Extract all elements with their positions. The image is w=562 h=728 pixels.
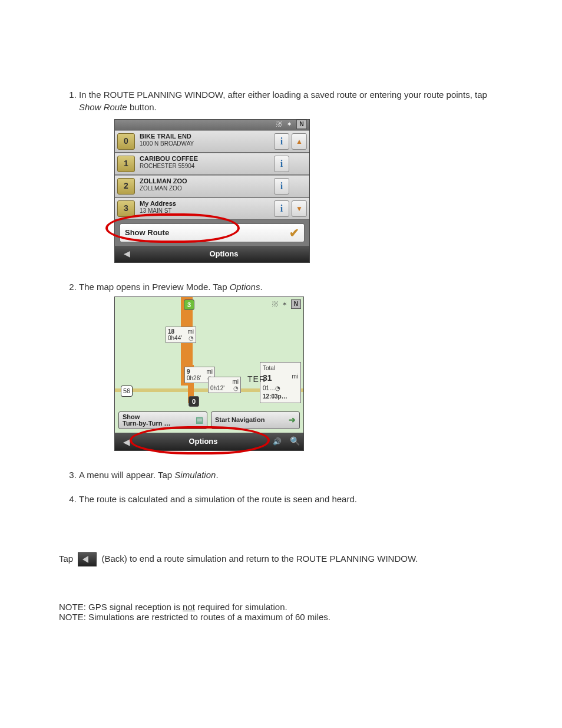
start-navigation-label: Start Navigation xyxy=(215,416,265,424)
step-1-button-name: Show Route xyxy=(79,102,127,112)
route-point-number: 1 xyxy=(117,156,135,172)
signal-icon: ✶ xyxy=(282,300,287,308)
step-3-button-name: Simulation xyxy=(174,470,216,480)
route-point-row[interactable]: 3 My Address 13 MAIN ST i ▼ xyxy=(115,197,309,220)
note-1: NOTE: GPS signal reception is not requir… xyxy=(59,602,503,612)
route-point-subtitle: 13 MAIN ST xyxy=(140,207,272,215)
route-point-subtitle: ZOLLMAN ZOO xyxy=(140,185,272,192)
speaker-button[interactable]: 🔊 xyxy=(268,437,286,447)
route-point-subtitle: ROCHESTER 55904 xyxy=(140,163,272,170)
tapback-text-b: (Back) to end a route simulation and ret… xyxy=(102,554,418,564)
segment-info-3: mi 0h12'◔ xyxy=(208,377,241,393)
route-point-title: BIKE TRAIL END xyxy=(140,132,272,140)
bottom-bar: ◀ Options xyxy=(115,246,309,262)
gps-icon: ⛆ xyxy=(276,120,282,129)
scroll-down-button[interactable]: ▼ xyxy=(292,200,307,217)
map-preview-screenshot: ⛆ ✶ N 3 0 18 mi 0h44'◔ 9 mi 0h xyxy=(114,297,309,451)
step-3-text-a: A menu will appear. Tap xyxy=(79,470,174,480)
notes-section: NOTE: GPS signal reception is not requir… xyxy=(59,602,503,622)
route-point-number: 3 xyxy=(117,200,135,217)
gps-icon: ⛆ xyxy=(272,300,278,308)
step-4: The route is calculated and a simulation… xyxy=(79,493,503,505)
waypoint-pin-3: 3 xyxy=(184,299,194,310)
route-point-title: CARIBOU COFFEE xyxy=(140,154,272,163)
back-button[interactable]: ◀ xyxy=(115,436,138,448)
show-route-button[interactable]: Show Route ✔ xyxy=(120,223,305,242)
arrow-right-icon: ➜ xyxy=(289,414,296,426)
info-icon[interactable]: i xyxy=(274,178,289,195)
step-1-text-a: In the ROUTE PLANNING WINDOW, after eith… xyxy=(79,90,487,100)
show-turn-by-turn-button[interactable]: Show Turn-by-Turn … ▤ xyxy=(118,411,207,429)
info-icon[interactable]: i xyxy=(274,156,289,172)
options-button[interactable]: Options xyxy=(138,249,309,259)
info-icon[interactable]: i xyxy=(274,133,289,150)
show-route-label: Show Route xyxy=(125,228,169,238)
list-icon: ▤ xyxy=(196,414,203,426)
scroll-up-button[interactable]: ▲ xyxy=(292,133,307,150)
search-button[interactable]: 🔍 xyxy=(286,436,303,447)
total-info-box: Total 31 mi 01…◔ 12:03p… xyxy=(260,362,301,403)
tapback-text-a: Tap xyxy=(59,554,75,564)
route-point-number: 0 xyxy=(117,133,135,150)
info-icon[interactable]: i xyxy=(274,200,289,217)
step-2-text-c: . xyxy=(260,282,262,292)
route-point-title: My Address xyxy=(140,199,272,207)
instruction-list: In the ROUTE PLANNING WINDOW, after eith… xyxy=(59,88,503,505)
start-navigation-button[interactable]: Start Navigation ➜ xyxy=(211,411,300,429)
turn-by-turn-label: Show Turn-by-Turn … xyxy=(123,414,170,427)
map-bottom-bar: ◀ Options 🔊 🔍 xyxy=(115,433,303,450)
map-status-bar: ⛆ ✶ N xyxy=(270,299,301,309)
step-1-text-c: button. xyxy=(127,102,157,112)
back-button[interactable]: ◀ xyxy=(115,248,138,260)
checkmark-icon: ✔ xyxy=(289,225,299,241)
route-point-row[interactable]: 1 CARIBOU COFFEE ROCHESTER 55904 i xyxy=(115,153,309,175)
step-4-text: The route is calculated and a simulation… xyxy=(79,494,357,504)
north-indicator: N xyxy=(291,299,301,309)
step-3: A menu will appear. Tap Simulation. xyxy=(79,469,503,481)
back-icon xyxy=(78,552,97,566)
north-indicator: N xyxy=(296,120,307,129)
route-planning-screenshot: ⛆ ✶ N 0 BIKE TRAIL END 1000 N BROADWAY i xyxy=(114,119,315,263)
route-shield-56: 56 xyxy=(121,386,133,397)
step-1: In the ROUTE PLANNING WINDOW, after eith… xyxy=(79,88,503,263)
segment-info-1: 18 mi 0h44'◔ xyxy=(166,327,196,343)
step-2: The map opens in Preview Mode. Tap Optio… xyxy=(79,281,503,451)
options-button[interactable]: Options xyxy=(138,436,268,447)
step-3-text-c: . xyxy=(216,470,218,480)
route-point-subtitle: 1000 N BROADWAY xyxy=(140,140,272,147)
route-point-row[interactable]: 0 BIKE TRAIL END 1000 N BROADWAY i ▲ xyxy=(115,130,309,153)
route-point-row[interactable]: 2 ZOLLMAN ZOO ZOLLMAN ZOO i xyxy=(115,175,309,197)
route-point-title: ZOLLMAN ZOO xyxy=(140,177,272,185)
signal-icon: ✶ xyxy=(287,120,292,129)
map-label-ter: TER xyxy=(247,374,266,386)
status-bar: ⛆ ✶ N xyxy=(115,120,309,130)
note-2: NOTE: Simulations are restricted to rout… xyxy=(59,612,503,622)
waypoint-pin-0: 0 xyxy=(189,396,199,407)
route-point-number: 2 xyxy=(117,178,135,195)
step-2-text-a: The map opens in Preview Mode. Tap xyxy=(79,282,230,292)
tap-back-instruction: Tap (Back) to end a route simulation and… xyxy=(59,552,503,566)
step-2-button-name: Options xyxy=(230,282,260,292)
